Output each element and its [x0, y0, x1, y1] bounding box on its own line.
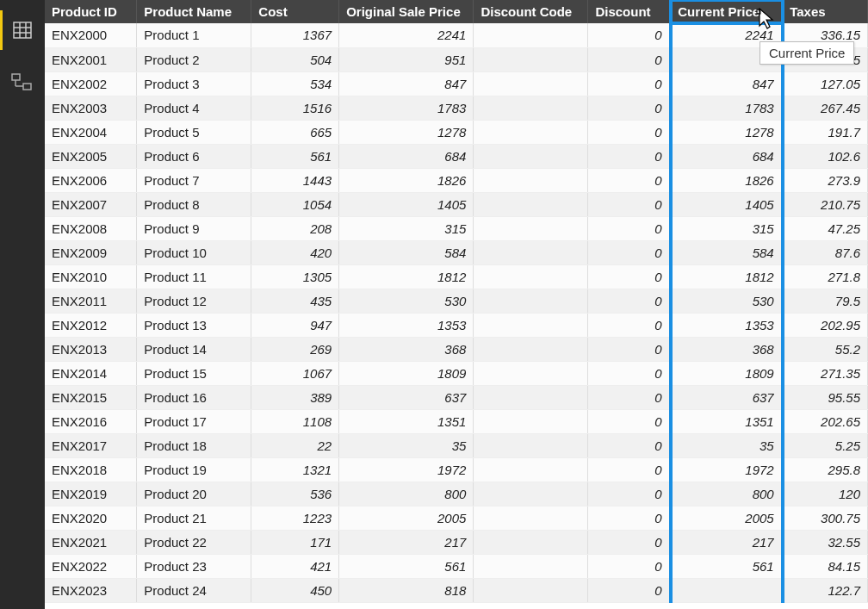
cell-product-name[interactable]: Product 7 [137, 168, 251, 192]
cell-product-name[interactable]: Product 5 [137, 120, 251, 144]
cell-discount-code[interactable] [474, 337, 588, 361]
cell-cost[interactable]: 1054 [251, 192, 339, 216]
cell-cost[interactable]: 1367 [251, 23, 339, 47]
cell-product-id[interactable]: ENX2023 [45, 578, 137, 602]
cell-cost[interactable]: 435 [251, 289, 339, 313]
cell-original-sale-price[interactable]: 2005 [339, 506, 474, 530]
cell-discount-code[interactable] [474, 433, 588, 457]
cell-discount-code[interactable] [474, 554, 588, 578]
cell-discount[interactable]: 0 [588, 578, 671, 602]
cell-cost[interactable]: 536 [251, 482, 339, 506]
cell-product-name[interactable]: Product 18 [137, 433, 251, 457]
cell-product-name[interactable]: Product 12 [137, 289, 251, 313]
cell-product-name[interactable]: Product 19 [137, 457, 251, 482]
cell-product-name[interactable]: Product 6 [137, 144, 251, 168]
table-row[interactable]: ENX2003Product 41516178301783267.45 [45, 96, 868, 120]
table-row[interactable]: ENX2020Product 211223200502005300.75 [45, 506, 868, 530]
cell-taxes[interactable]: 47.25 [783, 216, 868, 240]
cell-product-name[interactable]: Product 3 [137, 71, 251, 96]
table-row[interactable]: ENX2008Product 9208315031547.25 [45, 216, 868, 240]
cell-discount-code[interactable] [474, 47, 588, 71]
cell-original-sale-price[interactable]: 1353 [339, 313, 474, 337]
cell-taxes[interactable]: 267.45 [783, 96, 868, 120]
cell-current-price[interactable]: 637 [671, 385, 783, 409]
cell-discount[interactable]: 0 [588, 361, 671, 385]
cell-discount[interactable]: 0 [588, 96, 671, 120]
cell-taxes[interactable]: 55.2 [783, 337, 868, 361]
cell-original-sale-price[interactable]: 561 [339, 554, 474, 578]
cell-product-name[interactable]: Product 8 [137, 192, 251, 216]
cell-product-id[interactable]: ENX2017 [45, 433, 137, 457]
cell-discount-code[interactable] [474, 385, 588, 409]
cell-taxes[interactable]: 120 [783, 482, 868, 506]
cell-cost[interactable]: 504 [251, 47, 339, 71]
cell-discount[interactable]: 0 [588, 385, 671, 409]
cell-product-name[interactable]: Product 23 [137, 554, 251, 578]
table-row[interactable]: ENX2022Product 23421561056184.15 [45, 554, 868, 578]
cell-cost[interactable]: 665 [251, 120, 339, 144]
cell-product-id[interactable]: ENX2006 [45, 168, 137, 192]
col-header-current-price[interactable]: Current Price [671, 0, 783, 23]
cell-discount-code[interactable] [474, 506, 588, 530]
cell-current-price[interactable]: 684 [671, 144, 783, 168]
cell-current-price[interactable]: 847 [671, 71, 783, 96]
cell-cost[interactable]: 421 [251, 554, 339, 578]
cell-cost[interactable]: 1443 [251, 168, 339, 192]
table-row[interactable]: ENX2009Product 10420584058487.6 [45, 240, 868, 264]
cell-taxes[interactable]: 5.25 [783, 433, 868, 457]
col-header-taxes[interactable]: Taxes [783, 0, 868, 23]
cell-current-price[interactable]: 368 [671, 337, 783, 361]
cell-current-price[interactable]: 561 [671, 554, 783, 578]
cell-discount-code[interactable] [474, 264, 588, 289]
cell-discount-code[interactable] [474, 409, 588, 433]
cell-discount[interactable]: 0 [588, 530, 671, 554]
cell-product-id[interactable]: ENX2016 [45, 409, 137, 433]
cell-product-id[interactable]: ENX2010 [45, 264, 137, 289]
cell-original-sale-price[interactable]: 1972 [339, 457, 474, 482]
cell-current-price[interactable]: 800 [671, 482, 783, 506]
data-grid[interactable]: Product ID Product Name Cost Original Sa… [45, 0, 868, 609]
cell-taxes[interactable]: 87.6 [783, 240, 868, 264]
cell-original-sale-price[interactable]: 315 [339, 216, 474, 240]
cell-product-name[interactable]: Product 13 [137, 313, 251, 337]
cell-original-sale-price[interactable]: 1826 [339, 168, 474, 192]
cell-taxes[interactable]: 79.5 [783, 289, 868, 313]
cell-original-sale-price[interactable]: 1351 [339, 409, 474, 433]
cell-discount[interactable]: 0 [588, 71, 671, 96]
cell-product-id[interactable]: ENX2008 [45, 216, 137, 240]
cell-discount[interactable]: 0 [588, 506, 671, 530]
cell-cost[interactable]: 22 [251, 433, 339, 457]
cell-original-sale-price[interactable]: 1812 [339, 264, 474, 289]
cell-cost[interactable]: 947 [251, 313, 339, 337]
cell-cost[interactable]: 1108 [251, 409, 339, 433]
cell-current-price[interactable]: 217 [671, 530, 783, 554]
cell-cost[interactable]: 1305 [251, 264, 339, 289]
cell-current-price[interactable]: 584 [671, 240, 783, 264]
cell-product-name[interactable]: Product 20 [137, 482, 251, 506]
cell-product-id[interactable]: ENX2004 [45, 120, 137, 144]
cell-original-sale-price[interactable]: 637 [339, 385, 474, 409]
cell-discount[interactable]: 0 [588, 289, 671, 313]
cell-taxes[interactable]: 191.7 [783, 120, 868, 144]
cell-original-sale-price[interactable]: 684 [339, 144, 474, 168]
cell-product-name[interactable]: Product 17 [137, 409, 251, 433]
cell-taxes[interactable]: 102.6 [783, 144, 868, 168]
cell-taxes[interactable]: 95.55 [783, 385, 868, 409]
cell-discount[interactable]: 0 [588, 23, 671, 47]
cell-discount-code[interactable] [474, 23, 588, 47]
cell-discount-code[interactable] [474, 240, 588, 264]
cell-current-price[interactable]: 2005 [671, 506, 783, 530]
cell-taxes[interactable]: 273.9 [783, 168, 868, 192]
cell-discount[interactable]: 0 [588, 144, 671, 168]
cell-discount[interactable]: 0 [588, 216, 671, 240]
cell-discount-code[interactable] [474, 71, 588, 96]
table-row[interactable]: ENX2014Product 151067180901809271.35 [45, 361, 868, 385]
cell-product-name[interactable]: Product 1 [137, 23, 251, 47]
cell-product-id[interactable]: ENX2018 [45, 457, 137, 482]
cell-current-price[interactable]: 1809 [671, 361, 783, 385]
cell-current-price[interactable]: 530 [671, 289, 783, 313]
cell-original-sale-price[interactable]: 2241 [339, 23, 474, 47]
cell-cost[interactable]: 1223 [251, 506, 339, 530]
cell-product-name[interactable]: Product 2 [137, 47, 251, 71]
cell-cost[interactable]: 1516 [251, 96, 339, 120]
